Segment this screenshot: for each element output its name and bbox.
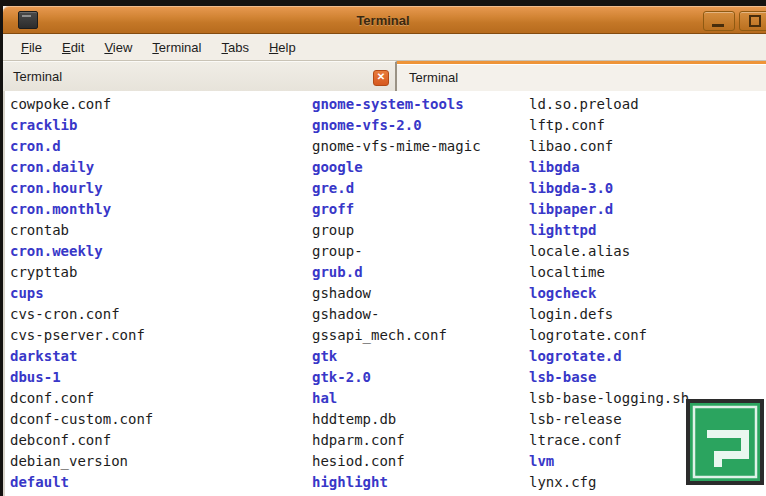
menu-item-view[interactable]: View (94, 37, 142, 58)
file-entry: lynx.cfg (529, 472, 689, 493)
file-entry: hdparm.conf (312, 430, 481, 451)
file-entry: lsb-release (529, 409, 689, 430)
directory-entry: gtk (312, 346, 481, 367)
file-entry: cowpoke.conf (10, 94, 153, 115)
directory-entry: lighttpd (529, 220, 689, 241)
directory-entry: libpaper.d (529, 199, 689, 220)
file-entry: locale.alias (529, 241, 689, 262)
file-entry: cvs-pserver.conf (10, 325, 153, 346)
directory-entry: libgda-3.0 (529, 178, 689, 199)
file-entry: dconf-custom.conf (10, 409, 153, 430)
tab-terminal-2[interactable]: Terminal (397, 61, 766, 91)
directory-entry: dbus-1 (10, 367, 153, 388)
directory-entry: cron.weekly (10, 241, 153, 262)
file-entry: ltrace.conf (529, 430, 689, 451)
directory-entry: gnome-vfs-2.0 (312, 115, 481, 136)
directory-entry: lvm (529, 451, 689, 472)
directory-entry: lsb-base (529, 367, 689, 388)
file-column-2: gnome-system-toolsgnome-vfs-2.0gnome-vfs… (312, 94, 481, 493)
directory-entry: gre.d (312, 178, 481, 199)
file-entry: gnome-vfs-mime-magic (312, 136, 481, 157)
file-entry: libao.conf (529, 136, 689, 157)
file-entry: ld.so.preload (529, 94, 689, 115)
file-entry: crontab (10, 220, 153, 241)
directory-entry: cups (10, 283, 153, 304)
directory-entry: cron.d (10, 136, 153, 157)
terminal-output[interactable]: cowpoke.confcracklibcron.dcron.dailycron… (3, 91, 766, 496)
directory-entry: logcheck (529, 283, 689, 304)
directory-entry: grub.d (312, 262, 481, 283)
menubar: FileEditViewTerminalTabsHelp (3, 34, 766, 60)
tab-terminal-1[interactable]: Terminal ✕ (3, 61, 397, 91)
minimize-button[interactable] (703, 11, 735, 31)
file-entry: lsb-base-logging.sh (529, 388, 689, 409)
directory-entry: cron.monthly (10, 199, 153, 220)
terminal-window: Terminal FileEditViewTerminalTabsHelp Te… (3, 6, 766, 496)
menu-item-file[interactable]: File (11, 37, 52, 58)
file-column-1: cowpoke.confcracklibcron.dcron.dailycron… (10, 94, 153, 493)
tab-label: Terminal (13, 69, 62, 84)
file-entry: debian_version (10, 451, 153, 472)
file-entry: gshadow (312, 283, 481, 304)
file-entry: crypttab (10, 262, 153, 283)
menu-item-edit[interactable]: Edit (52, 37, 94, 58)
titlebar: Terminal (3, 6, 766, 34)
directory-entry: gnome-system-tools (312, 94, 481, 115)
directory-entry: cron.hourly (10, 178, 153, 199)
directory-entry: google (312, 157, 481, 178)
directory-entry: libgda (529, 157, 689, 178)
file-column-3: ld.so.preloadlftp.conflibao.conflibgdali… (529, 94, 689, 493)
file-entry: dconf.conf (10, 388, 153, 409)
file-entry: group- (312, 241, 481, 262)
directory-entry: groff (312, 199, 481, 220)
directory-entry: cron.daily (10, 157, 153, 178)
file-entry: hddtemp.db (312, 409, 481, 430)
directory-entry: logrotate.d (529, 346, 689, 367)
directory-entry: highlight (312, 472, 481, 493)
directory-entry: darkstat (10, 346, 153, 367)
file-entry: gssapi_mech.conf (312, 325, 481, 346)
window-title: Terminal (3, 13, 763, 28)
tab-label: Terminal (409, 70, 458, 85)
tab-close-icon[interactable]: ✕ (373, 70, 389, 86)
file-entry: gshadow- (312, 304, 481, 325)
directory-entry: cracklib (10, 115, 153, 136)
directory-entry: gtk-2.0 (312, 367, 481, 388)
directory-entry: hal (312, 388, 481, 409)
file-entry: cvs-cron.conf (10, 304, 153, 325)
file-entry: logrotate.conf (529, 325, 689, 346)
file-entry: lftp.conf (529, 115, 689, 136)
maximize-button[interactable] (739, 11, 766, 31)
directory-entry: default (10, 472, 153, 493)
menu-item-tabs[interactable]: Tabs (211, 37, 258, 58)
file-entry: debconf.conf (10, 430, 153, 451)
file-entry: hesiod.conf (312, 451, 481, 472)
file-entry: group (312, 220, 481, 241)
file-entry: localtime (529, 262, 689, 283)
g-watermark-logo (686, 399, 764, 485)
tabbar: Terminal ✕ Terminal (3, 60, 766, 91)
menu-item-help[interactable]: Help (259, 37, 306, 58)
menu-item-terminal[interactable]: Terminal (142, 37, 211, 58)
file-entry: login.defs (529, 304, 689, 325)
